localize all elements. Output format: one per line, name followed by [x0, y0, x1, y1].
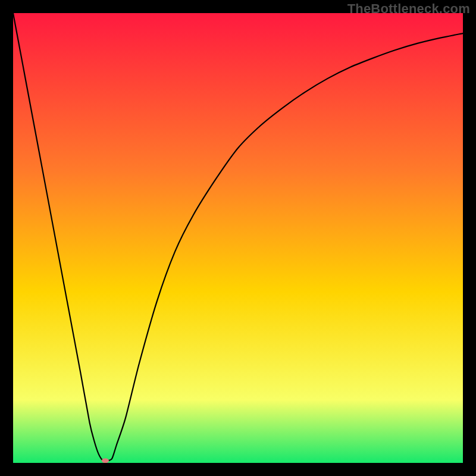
chart-frame	[13, 13, 463, 463]
chart-marker	[102, 458, 109, 463]
watermark-text: TheBottleneck.com	[347, 1, 470, 17]
chart-background	[13, 13, 463, 463]
chart-plot	[13, 13, 463, 463]
